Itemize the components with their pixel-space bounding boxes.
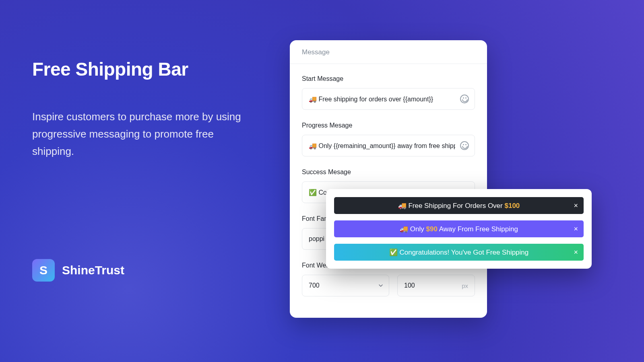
- preview-bar-progress-text: 🚚 Only $90 Away From Free Shipping: [400, 225, 518, 233]
- brand-name: ShineTrust: [62, 263, 124, 277]
- close-icon[interactable]: ×: [574, 248, 578, 257]
- preview-bar-progress-amount: $90: [426, 225, 438, 233]
- message-settings-card: Message Start Message 🚚 Free shipping fo…: [290, 40, 487, 318]
- preview-bar-progress: 🚚 Only $90 Away From Free Shipping ×: [334, 220, 584, 237]
- preview-bar-success-text: ✅ Congratulations! You've Got Free Shipp…: [389, 248, 529, 257]
- brand-logo-icon: S: [32, 259, 55, 282]
- preview-bar-start: 🚚 Free Shipping For Orders Over $100 ×: [334, 197, 584, 214]
- preview-bars-card: 🚚 Free Shipping For Orders Over $100 × 🚚…: [326, 189, 592, 269]
- success-message-label: Success Mesage: [302, 169, 475, 176]
- progress-message-label: Progress Mesage: [302, 122, 475, 129]
- start-message-input[interactable]: 🚚 Free shipping for orders over {{amount…: [302, 88, 475, 110]
- font-size-input[interactable]: 100 px: [397, 275, 475, 296]
- preview-bar-start-text: 🚚 Free Shipping For Orders Over $100: [398, 202, 520, 210]
- font-size-unit: px: [462, 282, 468, 289]
- close-icon[interactable]: ×: [574, 202, 578, 210]
- card-header: Message: [290, 40, 487, 64]
- brand: S ShineTrust: [32, 259, 124, 282]
- preview-bar-start-amount: $100: [504, 202, 520, 210]
- preview-bar-success: ✅ Congratulations! You've Got Free Shipp…: [334, 244, 584, 261]
- hero-title: Free Shipping Bar: [32, 58, 258, 80]
- font-size-value: 100: [404, 282, 415, 289]
- brand-logo-letter: S: [39, 263, 47, 277]
- start-message-value: 🚚 Free shipping for orders over {{amount…: [309, 95, 433, 103]
- hero-section: Free Shipping Bar Inspire customers to p…: [32, 58, 258, 160]
- chevron-down-icon: [378, 283, 383, 288]
- emoji-picker-icon[interactable]: [460, 141, 469, 150]
- font-family-value: poppi: [309, 235, 324, 243]
- emoji-picker-icon[interactable]: [460, 95, 469, 103]
- hero-subtitle: Inspire customers to purchase more by us…: [32, 108, 258, 160]
- font-weight-select[interactable]: 700: [302, 275, 389, 296]
- font-weight-value: 700: [309, 282, 320, 289]
- close-icon[interactable]: ×: [574, 225, 578, 233]
- start-message-label: Start Message: [302, 75, 475, 82]
- progress-message-input[interactable]: 🚚 Only {{remaining_amount}} away from fr…: [302, 135, 475, 156]
- progress-message-value: 🚚 Only {{remaining_amount}} away from fr…: [309, 142, 455, 150]
